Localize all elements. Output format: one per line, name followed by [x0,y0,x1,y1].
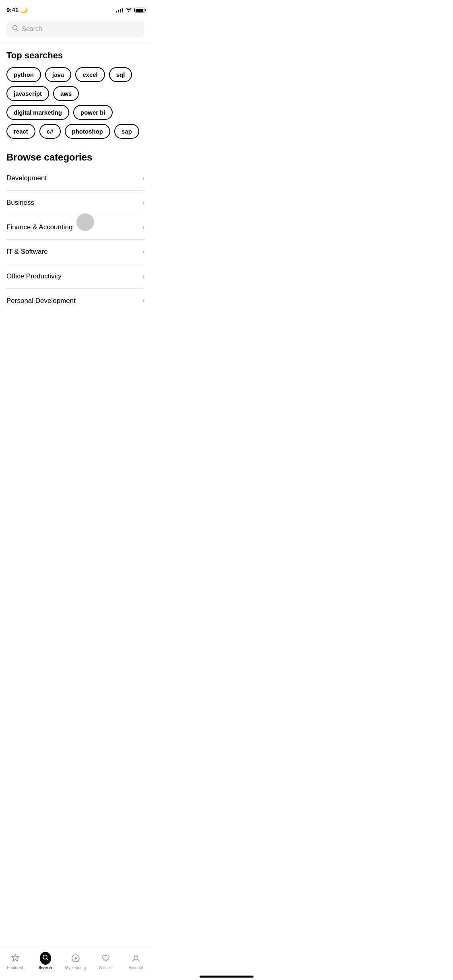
tag-python[interactable]: python [6,67,41,82]
category-name-business: Business [6,199,34,207]
category-item-finance-accounting[interactable]: Finance & Accounting› [6,215,144,240]
category-list: Development›Business›Finance & Accountin… [6,166,144,309]
tag-aws[interactable]: aws [53,86,79,101]
chevron-right-icon: › [142,297,144,305]
tag-digital-marketing[interactable]: digital marketing [6,105,69,120]
chevron-right-icon: › [142,175,144,182]
chevron-right-icon: › [142,248,144,255]
search-input[interactable]: Search [22,25,42,33]
category-name-office-productivity: Office Productivity [6,272,62,280]
tag-photoshop[interactable]: photoshop [65,124,110,139]
search-bar-container: Search [0,18,151,42]
category-item-business[interactable]: Business› [6,191,144,215]
tag-java[interactable]: java [45,67,71,82]
category-name-it-software: IT & Software [6,248,48,256]
battery-icon [134,8,144,12]
status-time: 9:41 🌙 [6,6,28,14]
search-bar[interactable]: Search [6,21,144,37]
tag-javascript[interactable]: javascript [6,86,49,101]
svg-line-1 [16,29,18,31]
tags-container: pythonjavaexcelsqljavascriptawsdigital m… [6,67,144,139]
tag-sql[interactable]: sql [109,67,132,82]
tag-sap[interactable]: sap [114,124,139,139]
category-item-development[interactable]: Development› [6,166,144,191]
status-bar: 9:41 🌙 [0,0,151,18]
wifi-icon [126,7,132,13]
chevron-right-icon: › [142,273,144,280]
tag-c-sharp[interactable]: c# [39,124,61,139]
category-name-personal-development: Personal Development [6,297,76,305]
tag-power-bi[interactable]: power bi [73,105,113,120]
chevron-right-icon: › [142,199,144,206]
search-icon [12,25,19,33]
category-name-development: Development [6,174,47,182]
status-icons [116,7,144,13]
category-item-it-software[interactable]: IT & Software› [6,240,144,264]
category-name-finance-accounting: Finance & Accounting [6,223,72,231]
main-content: Top searches pythonjavaexcelsqljavascrip… [0,42,151,309]
tag-react[interactable]: react [6,124,35,139]
category-item-personal-development[interactable]: Personal Development› [6,289,144,309]
tag-excel[interactable]: excel [75,67,105,82]
category-item-office-productivity[interactable]: Office Productivity› [6,264,144,289]
signal-icon [116,8,123,12]
chevron-right-icon: › [142,224,144,231]
browse-categories-title: Browse categories [6,152,144,163]
top-searches-title: Top searches [6,50,144,61]
